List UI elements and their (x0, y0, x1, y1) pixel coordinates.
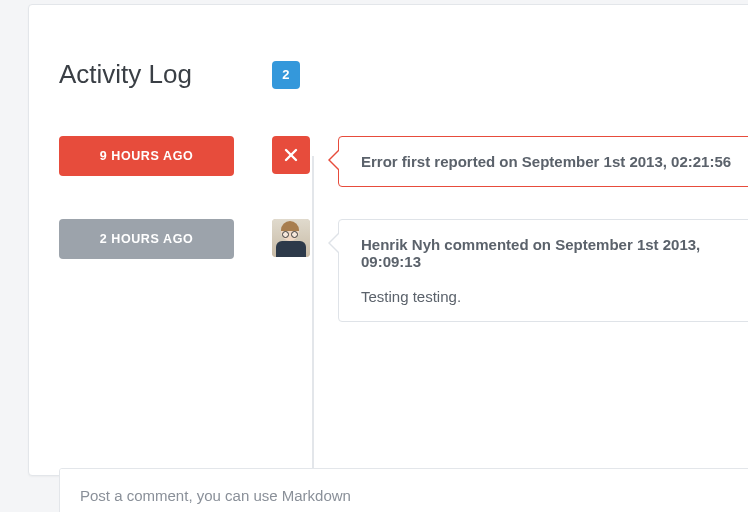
activity-timeline: 9 HOURS AGO Error first reported on Sept… (29, 136, 748, 322)
comment-input[interactable] (60, 469, 748, 512)
timeline-entry-comment: 2 HOURS AGO Henrik Nyh commented on Sept… (59, 219, 748, 322)
activity-log-header: Activity Log 2 (29, 5, 748, 90)
page-title: Activity Log (59, 59, 192, 90)
entry-body: Testing testing. (361, 288, 734, 305)
activity-log-panel: Activity Log 2 9 HOURS AGO Error first r… (28, 4, 748, 476)
entry-headline: Error first reported on September 1st 20… (361, 153, 734, 170)
error-icon (272, 136, 310, 174)
timeline-entry-error: 9 HOURS AGO Error first reported on Sept… (59, 136, 748, 187)
avatar (272, 219, 310, 257)
activity-count-badge: 2 (272, 61, 300, 89)
compose-box (59, 468, 748, 512)
entry-headline: Henrik Nyh commented on September 1st 20… (361, 236, 734, 270)
time-pill: 2 HOURS AGO (59, 219, 234, 259)
entry-bubble: Error first reported on September 1st 20… (338, 136, 748, 187)
time-pill: 9 HOURS AGO (59, 136, 234, 176)
entry-bubble: Henrik Nyh commented on September 1st 20… (338, 219, 748, 322)
